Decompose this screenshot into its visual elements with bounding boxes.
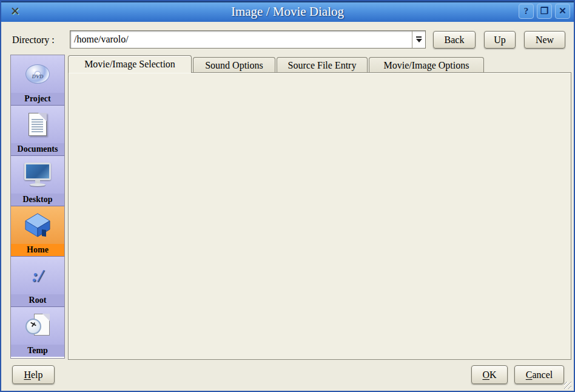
sidebar-item-temp[interactable]: Temp [11,307,64,357]
sidebar-item-label: Root [11,294,64,306]
maximize-button[interactable]: ❐ [537,4,552,19]
help-titlebar-button[interactable]: ? [519,4,534,19]
monitor-icon [24,163,52,187]
sidebar-item-label: Documents [11,143,64,155]
tab-sound-options[interactable]: Sound Options [193,57,275,73]
tab-movie-image-options[interactable]: Movie/Image Options [369,57,484,73]
directory-combobox[interactable]: /home/varolo/ [70,30,426,49]
tab-source-file-entry[interactable]: Source File Entry [277,57,368,73]
places-sidebar: DVD Project Documents Desktop Home [10,55,65,359]
home-icon [24,212,51,238]
directory-value: /home/varolo/ [74,34,129,44]
sidebar-item-home[interactable]: Home [11,206,64,257]
titlebar[interactable]: ✕ Image / Movie Dialog ? ❐ ✕ [1,1,574,22]
directory-dropdown-arrow-icon[interactable] [412,31,425,48]
tab-page [68,72,571,360]
document-icon [29,113,47,136]
sidebar-item-root[interactable]: :/ Root [11,257,64,307]
sidebar-item-project[interactable]: DVD Project [11,55,64,106]
dvd-disc-icon: DVD [24,63,51,85]
new-button[interactable]: New [524,31,565,49]
ok-button[interactable]: OK [471,365,508,384]
window-title: Image / Movie Dialog [1,4,574,19]
resize-grip[interactable] [564,382,571,389]
sidebar-item-desktop[interactable]: Desktop [11,156,64,206]
sidebar-item-label: Temp [11,345,64,357]
back-button[interactable]: Back [433,31,476,49]
up-button[interactable]: Up [484,31,516,49]
close-button[interactable]: ✕ [555,4,570,19]
sidebar-item-label: Desktop [11,194,64,206]
image-movie-dialog-window: ✕ Image / Movie Dialog ? ❐ ✕ Directory :… [0,0,575,392]
sidebar-item-label: Home [11,244,64,256]
clock-file-icon [25,314,50,338]
directory-label: Directory : [12,35,55,46]
tab-movie-image-selection[interactable]: Movie/Image Selection [68,55,192,73]
sidebar-item-label: Project [11,93,64,105]
cancel-button[interactable]: Cancel [514,365,564,384]
root-icon: :/ [32,265,43,286]
help-button[interactable]: Help [12,365,55,384]
sidebar-item-documents[interactable]: Documents [11,106,64,156]
